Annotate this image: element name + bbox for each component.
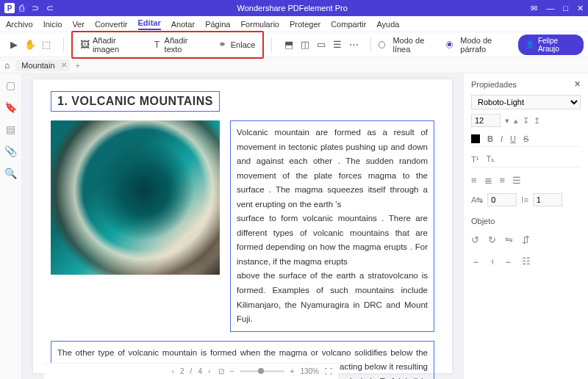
menu-proteger[interactable]: Proteger bbox=[290, 20, 320, 29]
more-icon[interactable]: ⋯ bbox=[348, 40, 359, 50]
zoom-slider[interactable] bbox=[240, 370, 284, 372]
menu-compartir[interactable]: Compartir bbox=[331, 20, 366, 29]
window-title: Wondershare PDFelement Pro bbox=[54, 4, 531, 12]
watermark-icon[interactable]: ◫ bbox=[300, 40, 310, 50]
undo-icon[interactable]: ⊃ bbox=[32, 3, 39, 13]
color-swatch[interactable] bbox=[471, 134, 480, 143]
text-block-1[interactable]: Volcanic mountain are formed as a result… bbox=[230, 120, 434, 332]
fullscreen-icon[interactable]: ⛶ bbox=[325, 367, 332, 375]
link-button[interactable]: ⚭ Enlace bbox=[213, 34, 260, 56]
page-number[interactable]: 2 bbox=[180, 367, 184, 375]
next-page-icon[interactable]: › bbox=[208, 367, 210, 375]
align-obj-right-icon[interactable]: ⫠ bbox=[503, 256, 513, 267]
font-select[interactable]: Roboto-Light bbox=[471, 95, 581, 109]
menu-convertir[interactable]: Convertir bbox=[95, 20, 128, 29]
page-total: 4 bbox=[198, 367, 202, 375]
zoom-out-icon[interactable]: − bbox=[230, 367, 234, 375]
align-left-icon[interactable]: ≡ bbox=[471, 175, 477, 186]
link-icon: ⚭ bbox=[218, 40, 228, 50]
header-footer-icon[interactable]: ☰ bbox=[332, 40, 343, 50]
rotate-right-icon[interactable]: ↻ bbox=[488, 234, 496, 245]
decrease-size-icon[interactable]: ▾ bbox=[505, 116, 509, 126]
close-icon[interactable]: ✕ bbox=[577, 4, 584, 13]
menu-inicio[interactable]: Inicio bbox=[43, 20, 62, 29]
align-center-icon[interactable]: ≣ bbox=[484, 175, 492, 186]
fit-page-icon[interactable]: ⊡ bbox=[218, 367, 224, 375]
toolbar: ▶ ✋ ⬚ 🖼 Añadir imagen T Añadir texto ⚭ E… bbox=[0, 32, 588, 57]
document-image[interactable] bbox=[51, 120, 220, 275]
align-right-icon[interactable]: ≡ bbox=[500, 175, 506, 186]
comments-icon[interactable]: ▤ bbox=[6, 123, 15, 135]
mode-paragraph-label: Modo de párrafo bbox=[460, 36, 514, 54]
rotate-left-icon[interactable]: ↺ bbox=[471, 234, 479, 245]
bold-icon[interactable]: B bbox=[487, 134, 493, 143]
home-icon[interactable]: ⌂ bbox=[4, 60, 10, 71]
align-justify-icon[interactable]: ☰ bbox=[512, 175, 521, 186]
strike-icon[interactable]: S bbox=[523, 134, 528, 143]
maximize-icon[interactable]: □ bbox=[563, 4, 568, 13]
line-spacing-input[interactable] bbox=[533, 193, 562, 206]
properties-panel: Propiedades ✕ Roboto-Light ▾ ▴ ↧ ↥ B I U… bbox=[463, 73, 588, 379]
add-text-button[interactable]: T Añadir texto bbox=[148, 34, 206, 56]
edit-icon[interactable]: ⬚ bbox=[41, 40, 51, 50]
indent-left-input[interactable] bbox=[487, 193, 517, 206]
menu-ver[interactable]: Ver bbox=[72, 20, 85, 29]
menu-ayuda[interactable]: Ayuda bbox=[376, 20, 399, 29]
superscript-icon[interactable]: T¹ bbox=[471, 155, 478, 164]
menu-editar[interactable]: Editar bbox=[138, 18, 161, 30]
menubar: Archivo Inicio Ver Convertir Editar Anot… bbox=[0, 16, 588, 32]
menu-formulario[interactable]: Formulario bbox=[240, 20, 279, 29]
statusbar: ‹ 2 / 4 › ⊡ − + 130% ⛶ bbox=[44, 363, 338, 379]
print-icon[interactable]: ⎙ bbox=[19, 3, 24, 13]
object-section-title: Objeto bbox=[471, 217, 495, 225]
underline-icon[interactable]: U bbox=[510, 134, 516, 143]
document-area[interactable]: 1. VOLCANIC MOUNTAINS Volcanic mountain … bbox=[22, 73, 463, 379]
menu-pagina[interactable]: Página bbox=[205, 20, 230, 29]
menu-anotar[interactable]: Anotar bbox=[171, 20, 195, 29]
search-icon[interactable]: 🔍 bbox=[4, 167, 17, 179]
baseline-down-icon[interactable]: ↧ bbox=[523, 116, 529, 126]
background-icon[interactable]: ▭ bbox=[316, 40, 326, 50]
font-size-input[interactable] bbox=[471, 114, 501, 127]
add-image-button[interactable]: 🖼 Añadir imagen bbox=[76, 34, 141, 56]
attachments-icon[interactable]: 📎 bbox=[4, 145, 17, 157]
increase-size-icon[interactable]: ▴ bbox=[514, 116, 518, 126]
zoom-value: 130% bbox=[300, 367, 319, 375]
new-tab-icon[interactable]: + bbox=[76, 61, 80, 70]
page: 1. VOLCANIC MOUNTAINS Volcanic mountain … bbox=[33, 79, 452, 373]
app-logo: P bbox=[4, 3, 15, 13]
mode-paragraph-radio[interactable] bbox=[446, 41, 453, 48]
thumbnails-icon[interactable]: ▢ bbox=[6, 79, 15, 91]
subscript-icon[interactable]: T₁ bbox=[486, 154, 494, 164]
select-icon[interactable]: ▶ bbox=[9, 40, 19, 50]
user-button[interactable]: 👤 Felipe Araujo bbox=[518, 35, 584, 55]
flip-v-icon[interactable]: ⇵ bbox=[522, 234, 530, 245]
baseline-up-icon[interactable]: ↥ bbox=[534, 116, 540, 126]
crop-icon[interactable]: ⬒ bbox=[284, 40, 294, 50]
page-heading[interactable]: 1. VOLCANIC MOUNTAINS bbox=[51, 91, 220, 112]
panel-title: Propiedades bbox=[471, 80, 517, 89]
italic-icon[interactable]: I bbox=[501, 134, 503, 143]
tab-close-icon[interactable]: ✕ bbox=[61, 61, 67, 69]
line-spacing-label: I≡ bbox=[521, 195, 528, 204]
panel-close-icon[interactable]: ✕ bbox=[574, 79, 581, 89]
notify-icon[interactable]: ✉ bbox=[531, 4, 537, 13]
document-tab[interactable]: Mountain ✕ bbox=[15, 59, 69, 71]
text-icon: T bbox=[153, 40, 162, 50]
mode-line-label: Modo de línea bbox=[392, 36, 439, 54]
prev-page-icon[interactable]: ‹ bbox=[172, 367, 174, 375]
align-obj-left-icon[interactable]: ⫠ bbox=[471, 256, 481, 267]
redo-icon[interactable]: ⊂ bbox=[46, 3, 54, 13]
menu-archivo[interactable]: Archivo bbox=[6, 20, 33, 29]
image-icon: 🖼 bbox=[80, 40, 90, 50]
minimize-icon[interactable]: — bbox=[546, 4, 554, 13]
highlighted-tools: 🖼 Añadir imagen T Añadir texto ⚭ Enlace bbox=[71, 31, 264, 59]
distribute-icon[interactable]: ☷ bbox=[522, 256, 531, 267]
flip-h-icon[interactable]: ⇋ bbox=[505, 234, 513, 245]
hand-icon[interactable]: ✋ bbox=[25, 40, 35, 50]
zoom-in-icon[interactable]: + bbox=[290, 367, 295, 375]
user-icon: 👤 bbox=[526, 40, 534, 48]
align-obj-center-icon[interactable]: ⫞ bbox=[490, 256, 495, 267]
mode-line-radio[interactable] bbox=[379, 41, 385, 48]
bookmarks-icon[interactable]: 🔖 bbox=[4, 101, 17, 113]
